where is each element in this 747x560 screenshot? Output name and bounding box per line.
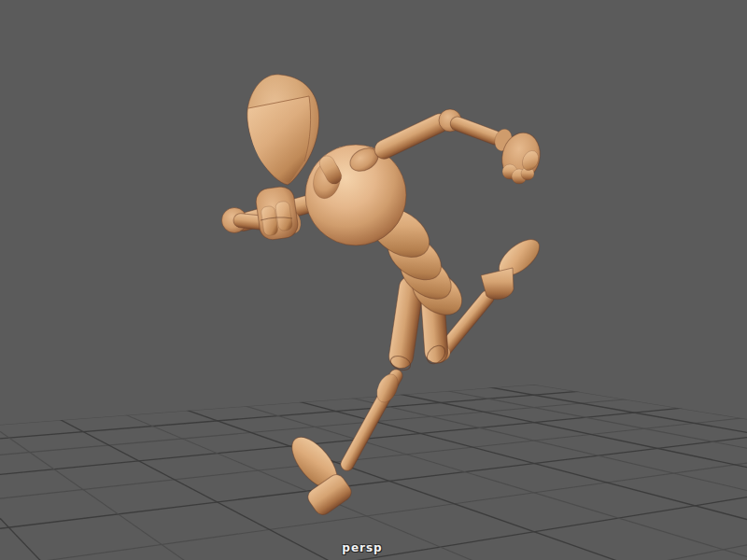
camera-label: persp: [342, 541, 382, 554]
torso: [305, 144, 471, 324]
3d-viewport[interactable]: persp: [0, 0, 747, 560]
back-foot-heel: [481, 268, 514, 300]
scene-canvas: [0, 0, 747, 560]
front-leg: [284, 274, 425, 518]
head: [247, 75, 319, 185]
mannequin-figure: [222, 75, 546, 518]
